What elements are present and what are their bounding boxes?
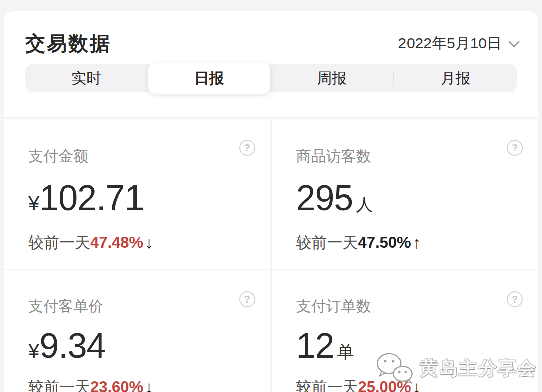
date-label: 2022年5月10日 (398, 33, 502, 54)
change-percent: 23.60% (90, 378, 143, 392)
page-top-gap (0, 0, 542, 11)
arrow-up-icon: ↑ (413, 233, 421, 252)
metric-change-row: 较前一天 23.60% ↓ (28, 377, 246, 392)
change-percent: 47.50% (358, 234, 411, 252)
arrow-down-icon: ↓ (145, 378, 153, 392)
help-icon[interactable]: ? (239, 291, 255, 307)
panel-header: 交易数据 2022年5月10日 实时 日报 周报 月报 (4, 11, 538, 117)
metric-card-price-per-customer: ? 支付客单价 ¥ 9.34 较前一天 23.60% ↓ (4, 270, 270, 392)
currency-symbol: ¥ (28, 340, 39, 362)
chevron-down-icon (509, 36, 520, 48)
compare-label: 较前一天 (28, 377, 90, 392)
metric-change-row: 较前一天 25.00% ↓ (296, 377, 514, 392)
transaction-data-panel: 交易数据 2022年5月10日 实时 日报 周报 月报 ? 支付金额 ¥ 102… (4, 11, 538, 392)
arrow-down-icon: ↓ (145, 233, 153, 252)
compare-label: 较前一天 (296, 377, 358, 392)
tab-daily[interactable]: 日报 (148, 63, 271, 94)
date-picker[interactable]: 2022年5月10日 (398, 33, 517, 54)
tab-realtime[interactable]: 实时 (25, 64, 148, 92)
metric-label: 支付客单价 (28, 270, 246, 317)
arrow-down-icon: ↓ (413, 378, 421, 392)
metric-value: 9.34 (39, 326, 105, 366)
tab-weekly[interactable]: 周报 (270, 64, 393, 92)
metric-label: 商品访客数 (296, 119, 514, 167)
metric-change-row: 较前一天 47.50% ↑ (296, 232, 514, 253)
metric-label: 支付订单数 (296, 270, 514, 317)
report-period-tabs: 实时 日报 周报 月报 (25, 64, 517, 92)
compare-label: 较前一天 (296, 232, 358, 253)
metric-value: 295 (296, 178, 353, 218)
metric-value-row: 295 人 (296, 178, 514, 218)
metric-change-row: 较前一天 47.48% ↓ (28, 232, 246, 253)
help-icon[interactable]: ? (507, 140, 523, 156)
metric-value: 102.71 (39, 178, 144, 218)
metric-value-row: ¥ 102.71 (28, 178, 246, 218)
metric-card-payment-amount: ? 支付金额 ¥ 102.71 较前一天 47.48% ↓ (4, 119, 270, 269)
change-percent: 47.48% (90, 234, 143, 252)
help-icon[interactable]: ? (507, 291, 523, 307)
metric-value: 12 (296, 326, 334, 366)
page-title: 交易数据 (25, 30, 111, 57)
currency-symbol: ¥ (28, 192, 39, 215)
help-icon[interactable]: ? (239, 140, 255, 156)
metric-value-row: 12 单 (296, 326, 514, 366)
metric-label: 支付金额 (28, 119, 246, 167)
change-percent: 25.00% (358, 378, 411, 392)
tab-monthly[interactable]: 月报 (394, 64, 517, 92)
metric-card-product-visitors: ? 商品访客数 295 人 较前一天 47.50% ↑ (272, 119, 538, 269)
unit-suffix: 单 (337, 341, 354, 364)
compare-label: 较前一天 (28, 232, 90, 253)
metric-card-payment-orders: ? 支付订单数 12 单 较前一天 25.00% ↓ (272, 270, 538, 392)
metric-value-row: ¥ 9.34 (28, 326, 246, 366)
unit-suffix: 人 (356, 193, 373, 216)
metric-grid: ? 支付金额 ¥ 102.71 较前一天 47.48% ↓ ? 商品访客数 29… (4, 119, 538, 392)
